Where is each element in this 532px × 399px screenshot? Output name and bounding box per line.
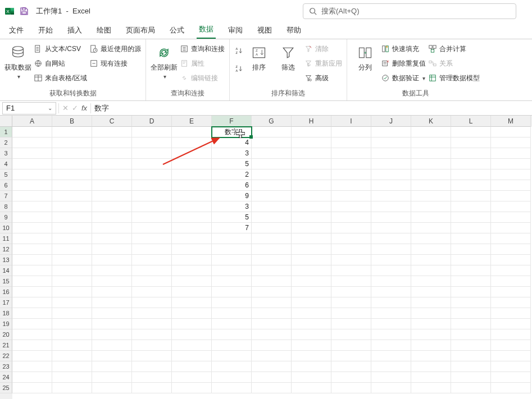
cell[interactable]: [292, 137, 331, 148]
cell[interactable]: [172, 169, 212, 180]
cell[interactable]: [292, 127, 331, 137]
cell[interactable]: [371, 308, 411, 319]
cell[interactable]: [12, 308, 52, 319]
cell[interactable]: [331, 319, 371, 329]
cell[interactable]: [451, 212, 491, 223]
cell[interactable]: [52, 308, 92, 319]
text-to-columns-button[interactable]: 分列: [352, 42, 379, 72]
cell[interactable]: [331, 233, 371, 244]
row-header[interactable]: 10: [0, 223, 12, 233]
cell[interactable]: [451, 372, 491, 383]
cell[interactable]: [212, 265, 252, 276]
cell[interactable]: [292, 319, 331, 329]
cell[interactable]: [252, 201, 292, 212]
cell[interactable]: [172, 383, 212, 393]
column-header[interactable]: I: [331, 116, 371, 127]
cell[interactable]: [172, 297, 212, 308]
cell[interactable]: [12, 319, 52, 329]
cell[interactable]: [371, 137, 411, 148]
cell[interactable]: [451, 361, 491, 372]
cell[interactable]: [411, 191, 451, 201]
cell[interactable]: [172, 148, 212, 159]
cell[interactable]: [12, 265, 52, 276]
cell[interactable]: [92, 212, 132, 223]
column-header[interactable]: D: [132, 116, 172, 127]
cell[interactable]: [451, 308, 491, 319]
row-header[interactable]: 22: [0, 351, 12, 361]
row-header[interactable]: 3: [0, 148, 12, 159]
cell[interactable]: [52, 255, 92, 265]
cell[interactable]: [371, 276, 411, 287]
cell[interactable]: [52, 244, 92, 255]
row-header[interactable]: 16: [0, 287, 12, 297]
cell[interactable]: [172, 233, 212, 244]
cell[interactable]: [12, 361, 52, 372]
cell[interactable]: [371, 265, 411, 276]
cell[interactable]: [92, 372, 132, 383]
cell[interactable]: [331, 137, 371, 148]
cell[interactable]: [331, 180, 371, 191]
cell[interactable]: [52, 127, 92, 137]
cell[interactable]: [252, 180, 292, 191]
cell[interactable]: [292, 297, 331, 308]
cell[interactable]: [451, 201, 491, 212]
cell[interactable]: [252, 329, 292, 340]
cell[interactable]: [331, 265, 371, 276]
cell[interactable]: [252, 127, 292, 137]
cell[interactable]: [371, 191, 411, 201]
cell[interactable]: [491, 276, 531, 287]
cell[interactable]: [92, 137, 132, 148]
cell[interactable]: [52, 159, 92, 169]
save-icon[interactable]: [19, 6, 29, 16]
tab-home[interactable]: 开始: [36, 23, 55, 39]
cell[interactable]: [92, 383, 132, 393]
cell[interactable]: [371, 244, 411, 255]
cell[interactable]: [411, 361, 451, 372]
cell[interactable]: [52, 319, 92, 329]
cell[interactable]: [132, 308, 172, 319]
cell[interactable]: [52, 329, 92, 340]
cell[interactable]: [12, 244, 52, 255]
cell[interactable]: [172, 276, 212, 287]
formula-input[interactable]: 数字: [91, 103, 532, 113]
select-all-corner[interactable]: [0, 116, 12, 127]
cell[interactable]: [331, 351, 371, 361]
cell[interactable]: [292, 191, 331, 201]
cell[interactable]: [212, 319, 252, 329]
cell[interactable]: [12, 297, 52, 308]
cell[interactable]: [292, 255, 331, 265]
tab-pagelayout[interactable]: 页面布局: [124, 23, 157, 39]
cell[interactable]: [371, 180, 411, 191]
cell[interactable]: [92, 308, 132, 319]
row-header[interactable]: 20: [0, 329, 12, 340]
cell[interactable]: [252, 383, 292, 393]
row-header[interactable]: 4: [0, 159, 12, 169]
cell[interactable]: [451, 148, 491, 159]
cell[interactable]: [52, 233, 92, 244]
search-input[interactable]: 搜索(Alt+Q): [303, 3, 516, 19]
cell[interactable]: [331, 201, 371, 212]
cell[interactable]: [12, 223, 52, 233]
cell[interactable]: [52, 265, 92, 276]
cell[interactable]: [331, 127, 371, 137]
cell[interactable]: [12, 137, 52, 148]
cell[interactable]: [132, 372, 172, 383]
cell[interactable]: [451, 137, 491, 148]
cell[interactable]: [132, 276, 172, 287]
cell[interactable]: [451, 244, 491, 255]
cell[interactable]: [292, 180, 331, 191]
cell[interactable]: [292, 148, 331, 159]
cell[interactable]: [451, 191, 491, 201]
cell[interactable]: [331, 191, 371, 201]
cell[interactable]: [371, 169, 411, 180]
cell[interactable]: [411, 159, 451, 169]
cell[interactable]: [331, 159, 371, 169]
cell[interactable]: [92, 297, 132, 308]
cell[interactable]: [371, 148, 411, 159]
spreadsheet-grid[interactable]: 1234567891011121314151617181920212223242…: [0, 116, 532, 399]
column-header[interactable]: E: [172, 116, 212, 127]
cell[interactable]: [252, 137, 292, 148]
cell[interactable]: [12, 287, 52, 297]
cell[interactable]: [451, 159, 491, 169]
cell[interactable]: [52, 180, 92, 191]
